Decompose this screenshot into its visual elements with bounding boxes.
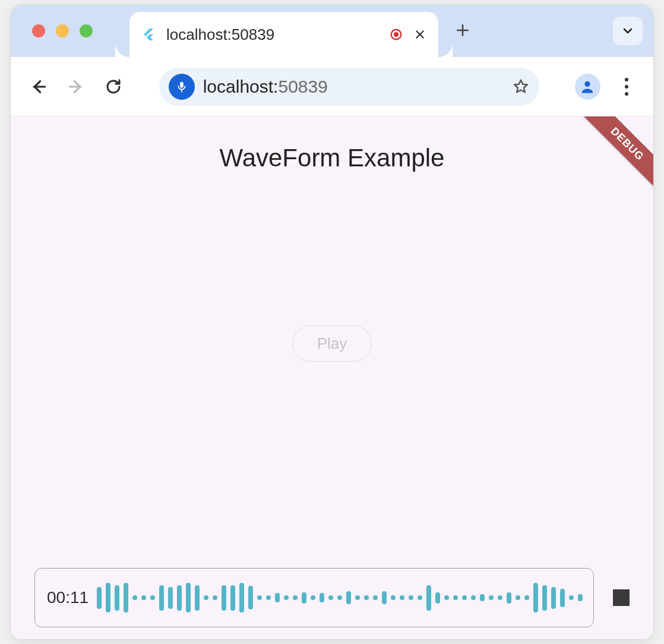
waveform-bar xyxy=(302,592,306,604)
waveform-bar xyxy=(106,583,110,613)
window-minimize-button[interactable] xyxy=(56,24,69,37)
tab-title: localhost:50839 xyxy=(166,26,379,44)
waveform-bar xyxy=(284,595,289,600)
waveform-bar xyxy=(124,583,128,613)
recording-indicator-icon[interactable] xyxy=(390,28,403,41)
waveform-bar xyxy=(266,595,271,600)
nav-forward-button[interactable] xyxy=(66,77,86,97)
waveform-bar xyxy=(453,595,458,600)
tabstrip: localhost:50839 xyxy=(11,5,653,57)
reload-button[interactable] xyxy=(103,77,123,97)
waveform-bar xyxy=(186,583,191,613)
waveform-bar xyxy=(346,591,351,604)
flutter-favicon-icon xyxy=(141,27,156,42)
browser-toolbar: localhost:50839 xyxy=(11,57,653,116)
waveform-bar xyxy=(275,593,280,602)
recording-footer: 00:11 xyxy=(34,568,630,627)
profile-avatar-button[interactable] xyxy=(575,74,600,100)
address-bar[interactable]: localhost:50839 xyxy=(159,68,539,106)
waveform-bar xyxy=(498,595,502,600)
waveform-bar xyxy=(542,585,547,611)
waveform-bar xyxy=(507,592,511,604)
svg-rect-2 xyxy=(180,81,184,87)
close-tab-icon[interactable] xyxy=(413,28,426,41)
bookmark-star-icon[interactable] xyxy=(512,78,530,96)
waveform-bar xyxy=(150,595,155,600)
waveform-bar xyxy=(444,595,449,600)
site-mic-icon[interactable] xyxy=(169,74,195,100)
page-title: WaveForm Example xyxy=(11,144,653,172)
waveform-bar xyxy=(239,583,244,613)
waveform-bars xyxy=(97,569,587,627)
waveform-bar xyxy=(578,594,583,601)
waveform-bar xyxy=(524,595,529,600)
url-port: 50839 xyxy=(278,77,327,96)
stop-button[interactable] xyxy=(613,589,630,606)
waveform-bar xyxy=(364,595,369,600)
waveform-bar xyxy=(257,595,262,600)
waveform-bar xyxy=(569,595,574,600)
waveform-bar xyxy=(248,586,253,610)
waveform-bar xyxy=(471,595,476,600)
waveform-bar xyxy=(168,587,173,609)
waveform-bar xyxy=(115,585,119,611)
waveform-bar xyxy=(382,591,387,604)
waveform-bar xyxy=(141,595,146,600)
waveform-bar xyxy=(177,585,182,611)
waveform-bar xyxy=(426,585,431,611)
waveform-bar xyxy=(213,595,217,600)
waveform-bar xyxy=(355,595,360,600)
waveform-bar xyxy=(132,595,137,600)
waveform-bar xyxy=(320,593,324,602)
waveform-bar xyxy=(435,592,440,604)
traffic-lights xyxy=(32,24,93,37)
waveform-bar xyxy=(373,595,378,600)
waveform-bar xyxy=(195,585,200,611)
svg-point-3 xyxy=(585,81,590,86)
browser-menu-button[interactable] xyxy=(618,78,635,96)
waveform-bar xyxy=(391,595,396,600)
waveform-container: 00:11 xyxy=(34,568,594,627)
waveform-bar xyxy=(222,585,226,611)
waveform-bar xyxy=(293,595,298,600)
app-viewport: WaveForm Example DEBUG Play 00:11 xyxy=(11,116,653,639)
browser-tab[interactable]: localhost:50839 xyxy=(129,12,438,57)
waveform-bar xyxy=(159,585,164,611)
waveform-bar xyxy=(516,595,520,600)
window-close-button[interactable] xyxy=(32,24,45,37)
waveform-bar xyxy=(489,595,494,600)
waveform-bar xyxy=(328,595,333,600)
window-fullscreen-button[interactable] xyxy=(80,24,93,37)
waveform-bar xyxy=(97,587,102,609)
url-text: localhost:50839 xyxy=(203,77,328,97)
waveform-bar xyxy=(462,595,467,600)
new-tab-button[interactable] xyxy=(455,23,470,38)
svg-point-1 xyxy=(394,32,399,37)
waveform-bar xyxy=(400,595,404,600)
url-host: localhost: xyxy=(203,77,279,96)
waveform-bar xyxy=(560,589,565,607)
waveform-bar xyxy=(418,595,422,600)
waveform-bar xyxy=(337,595,342,600)
waveform-bar xyxy=(551,587,556,609)
waveform-bar xyxy=(409,595,413,600)
tabs-dropdown-button[interactable] xyxy=(613,17,643,45)
waveform-bar xyxy=(311,595,315,600)
waveform-bar xyxy=(480,594,485,601)
nav-back-button[interactable] xyxy=(29,77,48,97)
waveform-bar xyxy=(230,585,235,611)
browser-window: localhost:50839 xyxy=(11,5,653,639)
waveform-bar xyxy=(204,595,208,600)
elapsed-time: 00:11 xyxy=(47,588,88,607)
waveform-bar xyxy=(533,583,538,613)
play-button[interactable]: Play xyxy=(293,326,372,362)
